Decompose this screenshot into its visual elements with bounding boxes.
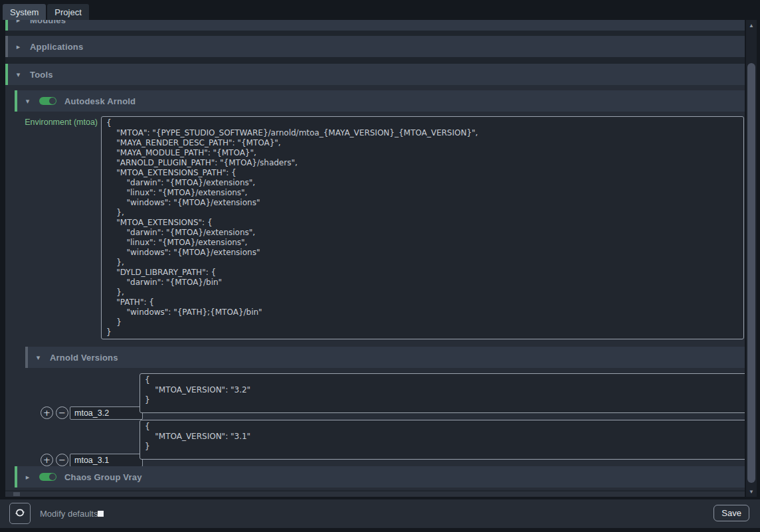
environment-mtoa-json-editor[interactable]: { "MTOA": "{PYPE_STUDIO_SOFTWARE}/arnold…	[101, 116, 744, 339]
version-json-editor[interactable]: { "MTOA_VERSION": "3.1" }	[140, 420, 745, 460]
remove-version-button[interactable]: −	[56, 406, 68, 419]
horizontal-scrollbar[interactable]	[5, 491, 745, 497]
section-title-applications: Applications	[30, 42, 83, 52]
save-button[interactable]: Save	[713, 505, 749, 521]
add-version-button[interactable]: +	[41, 406, 53, 419]
vertical-scrollbar-thumb[interactable]	[747, 63, 755, 483]
arnold-enabled-toggle[interactable]	[39, 97, 56, 105]
tool-title-chaos-group-vray: Chaos Group Vray	[64, 472, 142, 482]
version-json-editor[interactable]: { "MTOA_VERSION": "3.2" }	[140, 373, 745, 413]
subsection-title-arnold-versions: Arnold Versions	[50, 353, 118, 363]
subsection-header-arnold-versions[interactable]: ▾ Arnold Versions	[25, 347, 745, 368]
refresh-icon	[15, 507, 25, 520]
add-version-button[interactable]: +	[41, 454, 53, 466]
tab-project[interactable]: Project	[47, 4, 88, 20]
tool-header-autodesk-arnold[interactable]: ▾ Autodesk Arnold	[15, 90, 745, 112]
tool-header-chaos-group-vray[interactable]: ▸ Chaos Group Vray	[15, 466, 745, 488]
modify-defaults-label: Modify defaults	[40, 499, 98, 528]
horizontal-scrollbar-thumb[interactable]	[13, 492, 20, 496]
toggle-knob	[49, 98, 56, 104]
section-title-modules: Modules	[30, 20, 66, 25]
chevron-down-icon[interactable]: ▾	[15, 70, 22, 79]
version-name-input[interactable]	[70, 406, 143, 420]
chevron-right-icon[interactable]: ▸	[15, 20, 22, 25]
footer-bar: Modify defaults Save	[0, 499, 760, 528]
version-name-input[interactable]	[70, 454, 143, 467]
scroll-down-arrow-icon[interactable]: ▼	[746, 487, 757, 496]
section-header-modules[interactable]: ▸ Modules	[5, 20, 745, 31]
chevron-down-icon[interactable]: ▾	[35, 353, 42, 362]
chevron-right-icon[interactable]: ▸	[15, 43, 22, 51]
tab-system[interactable]: System	[3, 4, 46, 20]
modify-defaults-checkbox[interactable]	[98, 511, 104, 517]
vray-enabled-toggle[interactable]	[39, 473, 56, 481]
section-header-applications[interactable]: ▸ Applications	[5, 36, 745, 57]
scroll-up-arrow-icon[interactable]: ▲	[746, 21, 757, 30]
tab-system-label: System	[10, 7, 39, 17]
vertical-scrollbar[interactable]: ▲ ▼	[746, 20, 757, 497]
tool-title-autodesk-arnold: Autodesk Arnold	[64, 96, 136, 106]
environment-mtoa-label: Environment (mtoa)	[5, 118, 98, 127]
refresh-button[interactable]	[9, 503, 31, 524]
remove-version-button[interactable]: −	[56, 454, 68, 466]
chevron-right-icon[interactable]: ▸	[24, 473, 31, 482]
toggle-knob	[49, 474, 56, 480]
chevron-down-icon[interactable]: ▾	[24, 97, 31, 106]
tab-bar: System Project	[3, 4, 89, 20]
section-header-tools[interactable]: ▾ Tools	[5, 64, 745, 85]
tab-project-label: Project	[54, 7, 81, 17]
settings-window: System Project ▸ Modules ▸ Applications …	[0, 0, 760, 532]
section-title-tools: Tools	[30, 70, 53, 80]
settings-scroll-area: ▸ Modules ▸ Applications ▾ Tools ▾ Autod…	[5, 20, 745, 497]
